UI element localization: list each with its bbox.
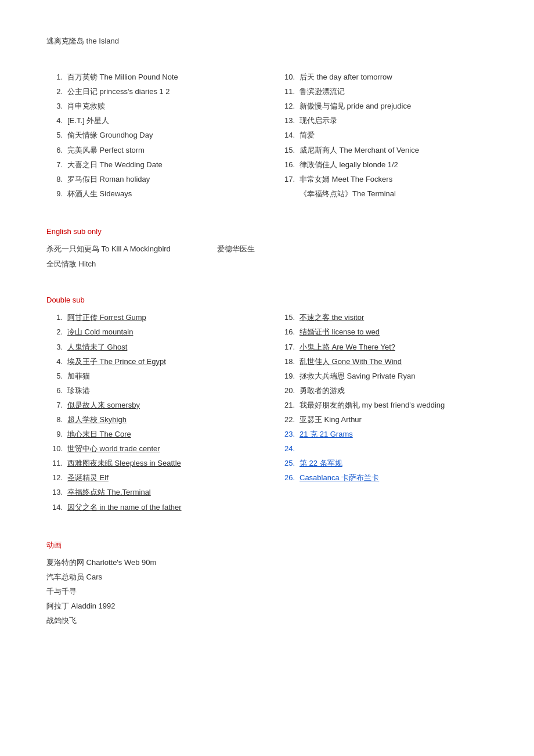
list-text: 拯救大兵瑞恩 Saving Private Ryan <box>300 370 415 383</box>
list-num: 25. <box>279 457 295 470</box>
animation-items: 夏洛特的网 Charlotte's Web 90m汽车总动员 Cars千与千寻阿… <box>46 556 488 627</box>
list-item: 14.简爱 <box>279 129 488 142</box>
list-num: 2. <box>46 85 63 98</box>
list-num: 14. <box>46 501 63 514</box>
list-item: 2.冷山 Cold mountain <box>46 326 255 339</box>
list-num: 17. <box>279 173 295 186</box>
english-sub-text: 杀死一只知更鸟 To Kill A Mockingbird <box>46 244 171 253</box>
list-item: 10.后天 the day after tomorrow <box>279 71 488 84</box>
list-item: 21.我最好朋友的婚礼 my best friend's wedding <box>279 399 488 412</box>
list-item: 7.大喜之日 The Wedding Date <box>46 159 255 171</box>
english-sub-items: 杀死一只知更鸟 To Kill A Mockingbird爱德华医生全民情敌 H… <box>46 243 488 271</box>
intro-title: 逃离克隆岛 the Island <box>46 35 488 48</box>
list-text: 杯酒人生 Sideways <box>67 188 132 200</box>
list-item: 22.亚瑟王 King Arthur <box>279 413 488 426</box>
list-num: 5. <box>46 370 63 383</box>
list-text: 亚瑟王 King Arthur <box>300 413 362 426</box>
animation-section: 动画 夏洛特的网 Charlotte's Web 90m汽车总动员 Cars千与… <box>46 539 488 628</box>
list-num: 23. <box>279 428 295 441</box>
list-text: 完美风暴 Perfect storm <box>67 144 145 157</box>
list-num: 2. <box>46 326 63 339</box>
list-text: 阿甘正传 Forrest Gump <box>67 311 146 324</box>
list-item: 9.杯酒人生 Sideways <box>46 188 255 200</box>
list-item: 14.因父之名 in the name of the father <box>46 501 255 514</box>
list-text: 勇敢者的游戏 <box>300 384 345 397</box>
list-item: 24. <box>279 442 488 455</box>
list-text: 我最好朋友的婚礼 my best friend's wedding <box>300 399 445 412</box>
list-text: 加菲猫 <box>67 370 90 383</box>
animation-item: 夏洛特的网 Charlotte's Web 90m <box>46 556 488 569</box>
list-text: 第 22 条军规 <box>300 457 342 470</box>
list-text: 因父之名 in the name of the father <box>67 501 182 514</box>
list-item: 7.似是故人来 somersby <box>46 399 255 412</box>
list-item: 6.珍珠港 <box>46 384 255 397</box>
list-num: 15. <box>279 311 295 324</box>
main-list-section: 1.百万英镑 The Million Pound Note2.公主日记 prin… <box>46 71 488 202</box>
list-num: 10. <box>279 71 295 84</box>
list-text: 似是故人来 somersby <box>67 399 140 412</box>
list-text: 新傲慢与偏见 pride and prejudice <box>300 100 411 113</box>
list-text: 不速之客 the visitor <box>300 311 364 324</box>
list-item: 26.Casablanca 卡萨布兰卡 <box>279 471 488 484</box>
list-num: 4. <box>46 355 63 368</box>
main-left-col: 1.百万英镑 The Million Pound Note2.公主日记 prin… <box>46 71 255 202</box>
list-num: 13. <box>46 486 63 499</box>
list-text: 埃及王子 The Prince of Egypt <box>67 355 166 368</box>
list-item: 23.21 克 21 Grams <box>279 428 488 441</box>
list-num: 15. <box>279 144 295 157</box>
list-item: 15.不速之客 the visitor <box>279 311 488 324</box>
list-num: 21. <box>279 399 295 412</box>
list-text: 现代启示录 <box>300 114 337 127</box>
list-num: 17. <box>279 341 295 354</box>
list-text: 圣诞精灵 Elf <box>67 471 109 484</box>
list-num: 16. <box>279 326 295 339</box>
list-text: 偷天情缘 Groundhog Day <box>67 129 153 142</box>
list-item: 25.第 22 条军规 <box>279 457 488 470</box>
list-item: 16.结婚证书 license to wed <box>279 326 488 339</box>
double-sub-section: Double sub 1.阿甘正传 Forrest Gump2.冷山 Cold … <box>46 294 488 515</box>
list-item: 8.超人学校 Skyhigh <box>46 413 255 426</box>
list-item: 17.小鬼上路 Are We There Yet? <box>279 341 488 354</box>
list-num: 16. <box>279 159 295 171</box>
list-item: 20.勇敢者的游戏 <box>279 384 488 397</box>
list-item: 3.人鬼情未了 Ghost <box>46 341 255 354</box>
list-text: 西雅图夜未眠 Sleepless in Seattle <box>67 457 181 470</box>
list-text: 地心末日 The Core <box>67 428 131 441</box>
list-item: 19.拯救大兵瑞恩 Saving Private Ryan <box>279 370 488 383</box>
list-text: 珍珠港 <box>67 384 90 397</box>
main-two-col: 1.百万英镑 The Million Pound Note2.公主日记 prin… <box>46 71 488 202</box>
double-sub-cols: 1.阿甘正传 Forrest Gump2.冷山 Cold mountain3.人… <box>46 311 488 515</box>
list-num: 1. <box>46 71 63 84</box>
list-text: 肖申克救赎 <box>67 100 105 113</box>
english-sub-row: 全民情敌 Hitch <box>46 258 488 271</box>
animation-item: 阿拉丁 Aladdin 1992 <box>46 600 488 613</box>
list-item: 5.偷天情缘 Groundhog Day <box>46 129 255 142</box>
list-text: 百万英镑 The Million Pound Note <box>67 71 178 84</box>
list-item: 11.鲁滨逊漂流记 <box>279 85 488 98</box>
list-item: 6.完美风暴 Perfect storm <box>46 144 255 157</box>
double-sub-right-col: 15.不速之客 the visitor16.结婚证书 license to we… <box>279 311 488 515</box>
animation-item: 汽车总动员 Cars <box>46 571 488 584</box>
double-sub-header: Double sub <box>46 294 488 307</box>
list-item: 1.阿甘正传 Forrest Gump <box>46 311 255 324</box>
list-num: 20. <box>279 384 295 397</box>
english-sub-row: 杀死一只知更鸟 To Kill A Mockingbird爱德华医生 <box>46 243 488 255</box>
list-num: 12. <box>279 100 295 113</box>
list-item: 5.加菲猫 <box>46 370 255 383</box>
list-text: [E.T.] 外星人 <box>67 114 109 127</box>
list-text: 罗马假日 Roman holiday <box>67 173 150 186</box>
list-num: 13. <box>279 114 295 127</box>
animation-header: 动画 <box>46 539 488 552</box>
list-num: 26. <box>279 471 295 484</box>
list-item: 9.地心末日 The Core <box>46 428 255 441</box>
list-item: 12.圣诞精灵 Elf <box>46 471 255 484</box>
list-text: 《幸福终点站》The Terminal <box>300 188 396 200</box>
list-num: 12. <box>46 471 63 484</box>
list-text: 非常女婿 Meet The Fockers <box>300 173 392 186</box>
list-num: 18. <box>279 355 295 368</box>
list-num: 8. <box>46 173 63 186</box>
list-num: 8. <box>46 413 63 426</box>
list-num: 9. <box>46 188 63 200</box>
list-item: 10.世贸中心 world trade center <box>46 442 255 455</box>
list-num: 3. <box>46 341 63 354</box>
